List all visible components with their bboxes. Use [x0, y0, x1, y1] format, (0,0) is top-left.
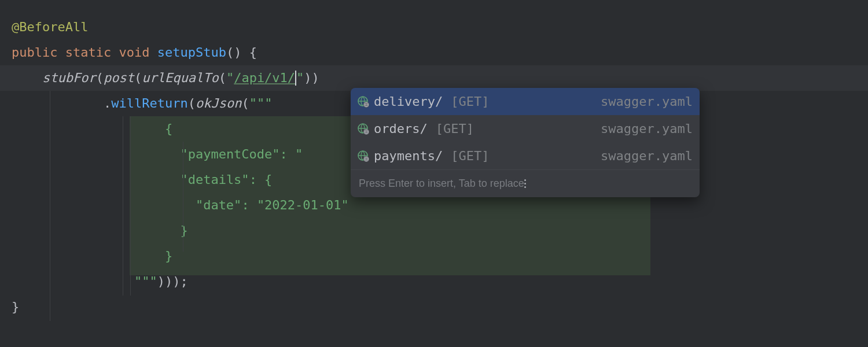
globe-icon [358, 150, 369, 162]
completion-popup: delivery/ [GET] swagger.yaml orders/ [GE… [351, 88, 700, 197]
completion-label: delivery/ [374, 92, 443, 111]
completion-item[interactable]: delivery/ [GET] swagger.yaml [351, 88, 700, 115]
completion-source: swagger.yaml [601, 92, 693, 111]
completion-footer: Press Enter to insert, Tab to replace [351, 169, 700, 197]
more-icon[interactable] [524, 179, 526, 188]
code-line: public static void setupStub() { [12, 40, 856, 65]
completion-hint: Press Enter to insert, Tab to replace [359, 176, 524, 191]
completion-item[interactable]: payments/ [GET] swagger.yaml [351, 142, 700, 169]
completion-label: payments/ [374, 146, 443, 165]
completion-method: [GET] [451, 146, 489, 165]
completion-item[interactable]: orders/ [GET] swagger.yaml [351, 115, 700, 142]
completion-method: [GET] [451, 92, 489, 111]
globe-icon [358, 96, 369, 108]
code-line: """))); [12, 269, 856, 294]
globe-icon [358, 123, 369, 135]
annotation: @BeforeAll [12, 20, 88, 34]
completion-source: swagger.yaml [601, 119, 693, 138]
code-line: } [12, 218, 856, 243]
code-line: } [12, 294, 856, 320]
completion-label: orders/ [374, 119, 428, 138]
code-line: @BeforeAll [12, 14, 856, 40]
completion-source: swagger.yaml [601, 146, 693, 165]
code-line: stubFor(post(urlEqualTo("/api/v1/")) [12, 65, 856, 91]
code-line: } [12, 243, 856, 269]
completion-method: [GET] [436, 119, 474, 138]
